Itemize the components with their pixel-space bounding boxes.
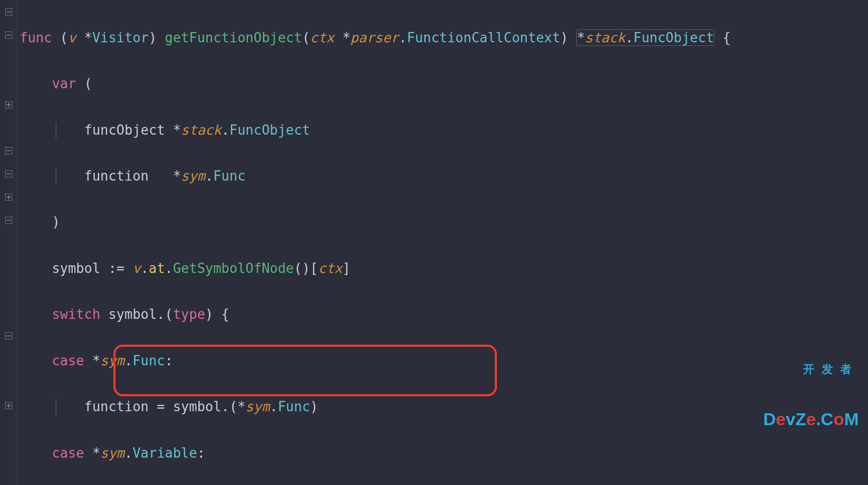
dot: . [625, 30, 633, 45]
package: sym [101, 353, 125, 368]
code-line[interactable]: │ function *sym.Func [20, 165, 868, 188]
type: FuncObject [229, 122, 310, 138]
text: symbol.( [101, 306, 173, 322]
text: symbol := [52, 261, 133, 276]
keyword-switch: switch [52, 306, 101, 322]
fold-icon[interactable] [5, 101, 12, 108]
param: ctx [318, 261, 342, 276]
type: Func [278, 399, 310, 414]
paren: ( [76, 76, 92, 91]
star: * [92, 353, 101, 368]
fold-icon[interactable] [5, 332, 12, 340]
code-line[interactable]: │ funcObject *stack.FuncObject [20, 119, 868, 142]
dot: . [221, 122, 229, 138]
identifier: funcObject [84, 122, 173, 138]
type: FuncObject [633, 30, 714, 45]
code-line[interactable]: ) [20, 211, 868, 234]
package: sym [101, 445, 125, 461]
keyword-var: var [52, 76, 76, 91]
package: stack [585, 30, 625, 45]
type: Visitor [92, 30, 149, 45]
method: GetSymbolOfNode [173, 261, 294, 276]
fold-icon[interactable] [5, 193, 12, 201]
code-editor[interactable]: func (v *Visitor) getFunctionObject(ctx … [0, 0, 868, 485]
fold-icon[interactable] [5, 147, 12, 154]
text: ) [148, 30, 164, 45]
keyword-case: case [52, 445, 85, 461]
fold-icon[interactable] [5, 31, 12, 39]
function-name: getFunctionObject [165, 30, 302, 45]
type: Variable [132, 445, 197, 461]
star: * [238, 399, 246, 414]
code-line[interactable]: │ function = symbol.(*sym.Func) [20, 395, 868, 418]
colon: : [165, 353, 173, 368]
paren: ) [52, 214, 60, 230]
package: stack [181, 122, 221, 138]
fold-icon[interactable] [5, 402, 12, 409]
colon: : [197, 445, 205, 461]
code-line[interactable]: func (v *Visitor) getFunctionObject(ctx … [20, 26, 868, 50]
dot: . [165, 261, 173, 276]
param: ctx [310, 30, 343, 45]
dot: . [125, 353, 133, 368]
package: parser [350, 30, 399, 45]
fold-icon[interactable] [5, 217, 12, 224]
text: function = symbol.( [84, 399, 237, 414]
package: sym [181, 168, 205, 184]
star: * [342, 30, 350, 45]
type: FunctionCallContext [407, 30, 560, 45]
text: ( [302, 30, 310, 45]
code-line[interactable]: case *sym.Func: [20, 349, 868, 373]
identifier: function [84, 168, 173, 184]
receiver: v [68, 30, 84, 45]
dot: . [205, 168, 213, 184]
fold-icon[interactable] [5, 8, 12, 15]
star: * [173, 168, 181, 184]
keyword-type: type [173, 306, 205, 322]
brace: { [714, 30, 730, 45]
star: * [577, 30, 585, 45]
dot: . [270, 399, 278, 414]
text: ] [342, 261, 350, 276]
code-line[interactable]: case *sym.Variable: [20, 442, 868, 465]
text: ()[ [294, 261, 318, 276]
text: ( [52, 30, 68, 45]
dot: . [125, 445, 133, 461]
space [84, 353, 92, 368]
keyword-case: case [52, 353, 85, 368]
package: sym [245, 399, 270, 414]
dot: . [141, 261, 149, 276]
text: ) [560, 30, 576, 45]
type: Func [213, 168, 246, 184]
fold-icon[interactable] [5, 170, 12, 177]
dot: . [399, 30, 407, 45]
gutter [0, 0, 16, 485]
text: ) { [205, 306, 229, 322]
space [84, 445, 92, 461]
text: ) [310, 399, 319, 414]
star: * [84, 30, 92, 45]
keyword-func: func [20, 30, 52, 45]
star: * [92, 445, 101, 461]
code-line[interactable]: symbol := v.at.GetSymbolOfNode()[ctx] [20, 257, 868, 280]
code-area[interactable]: func (v *Visitor) getFunctionObject(ctx … [16, 0, 868, 485]
receiver: v [132, 261, 141, 276]
field: at [148, 261, 164, 276]
star: * [173, 122, 181, 138]
code-line[interactable]: switch symbol.(type) { [20, 303, 868, 326]
code-line[interactable]: var ( [20, 72, 868, 95]
type: Func [132, 353, 165, 368]
